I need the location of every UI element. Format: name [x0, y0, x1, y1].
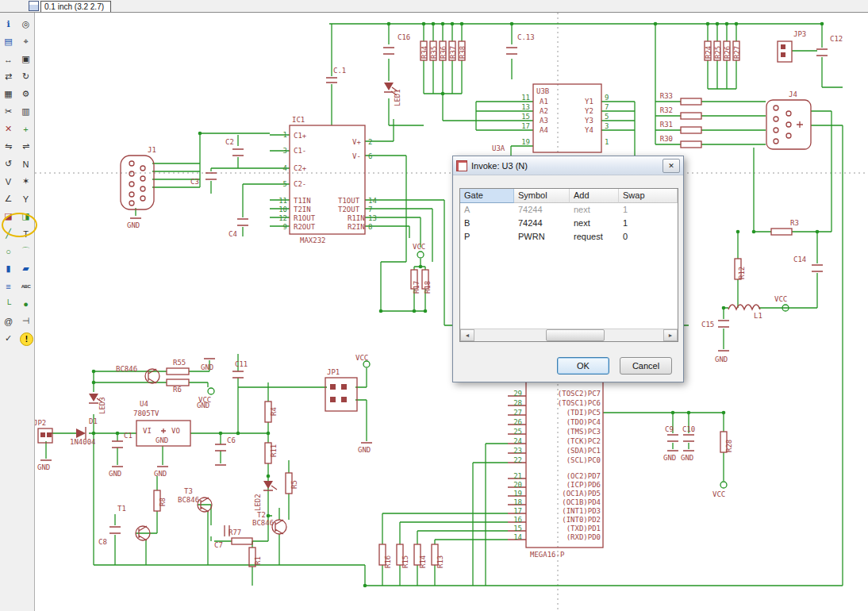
svg-text:R18: R18: [424, 281, 432, 294]
label-icon[interactable]: ABC: [18, 279, 33, 294]
text-icon[interactable]: T: [18, 226, 33, 241]
svg-text:VCC: VCC: [413, 243, 425, 251]
split-icon[interactable]: Y: [18, 191, 33, 206]
svg-text:R3: R3: [790, 219, 799, 227]
paste-icon[interactable]: ▥: [18, 104, 33, 119]
svg-text:25: 25: [513, 428, 522, 436]
invoke-table-header: GateSymbolAddSwap: [460, 189, 678, 203]
invoke-table-body: A74244next1B74244next1PPWRNrequest0: [460, 203, 678, 244]
column-header-add[interactable]: Add: [570, 189, 619, 203]
column-header-gate[interactable]: Gate: [460, 189, 514, 203]
svg-text:1: 1: [605, 138, 609, 146]
svg-text:R17: R17: [413, 281, 421, 294]
circle-icon[interactable]: ○: [1, 244, 16, 259]
erc-icon[interactable]: ✓: [1, 331, 16, 346]
errors-icon[interactable]: !: [20, 332, 33, 346]
svg-text:(TDI)PC5: (TDI)PC5: [567, 409, 601, 417]
show-icon[interactable]: ◎: [18, 17, 33, 32]
symbol-details: [40, 48, 828, 540]
cancel-button[interactable]: Cancel: [620, 357, 672, 375]
svg-text:GND: GND: [127, 221, 140, 229]
add-icon[interactable]: +: [18, 121, 33, 136]
svg-text:17: 17: [521, 122, 530, 130]
mark-icon[interactable]: ⌖: [18, 34, 33, 49]
column-header-symbol[interactable]: Symbol: [514, 189, 570, 203]
group-icon[interactable]: ▦: [1, 86, 16, 102]
wire-icon[interactable]: ╱: [1, 226, 16, 241]
scroll-track[interactable]: [474, 329, 663, 341]
svg-text:JP3: JP3: [793, 30, 806, 38]
svg-text:20: 20: [513, 481, 522, 489]
svg-text:C6: C6: [227, 436, 236, 444]
svg-text:GND: GND: [681, 454, 693, 462]
smash-icon[interactable]: ✶: [18, 174, 33, 189]
cut-icon[interactable]: ✂: [1, 104, 16, 119]
svg-text:T2: T2: [257, 511, 266, 519]
svg-text:GND: GND: [154, 470, 167, 478]
svg-text:(INT1)PD3: (INT1)PD3: [562, 507, 601, 515]
mirror-icon[interactable]: ⇄: [1, 69, 16, 84]
dimension-icon[interactable]: ⊣: [18, 313, 33, 329]
replace-icon[interactable]: ↺: [1, 156, 16, 171]
svg-text:(OC1A)PD5: (OC1A)PD5: [562, 490, 601, 498]
net-icon[interactable]: └: [1, 296, 16, 311]
scroll-left-arrow[interactable]: ◄: [460, 329, 474, 341]
svg-text:R24: R24: [705, 46, 712, 59]
table-row[interactable]: B74244next1: [460, 217, 678, 230]
attribute-icon[interactable]: @: [1, 313, 16, 329]
bus-icon[interactable]: ≡: [1, 279, 16, 294]
close-button[interactable]: ✕: [663, 159, 680, 173]
svg-text:R31: R31: [660, 121, 673, 129]
ok-button[interactable]: OK: [557, 357, 609, 375]
svg-text:Y1: Y1: [585, 98, 593, 106]
optimize-icon[interactable]: ◨: [18, 209, 33, 224]
svg-text:A2: A2: [540, 107, 548, 115]
arc-icon[interactable]: ⌒: [18, 244, 33, 259]
gateswap-icon[interactable]: ⇌: [18, 139, 33, 154]
delete-icon[interactable]: ✕: [1, 121, 16, 136]
info-icon[interactable]: ℹ: [1, 17, 16, 32]
svg-text:R5: R5: [290, 480, 298, 489]
svg-text:Y3: Y3: [585, 117, 593, 125]
miter-icon[interactable]: ∠: [1, 191, 16, 206]
svg-text:7805TV: 7805TV: [133, 409, 159, 417]
svg-text:J1: J1: [148, 146, 156, 154]
copy-icon[interactable]: ▣: [18, 52, 33, 67]
invoke-icon[interactable]: ◪: [1, 209, 16, 224]
table-row[interactable]: PPWRNrequest0: [460, 230, 678, 244]
name-icon[interactable]: N: [18, 156, 33, 171]
pinswap-icon[interactable]: ⇋: [1, 139, 16, 154]
svg-text:14: 14: [513, 533, 522, 541]
svg-text:T2OUT: T2OUT: [338, 206, 360, 213]
schematic-canvas[interactable]: C16C.13R34R35R36R37R38R24R25R26R27JP3C12…: [0, 0, 868, 611]
display-layers-icon[interactable]: ▤: [1, 34, 16, 49]
svg-text:BC846: BC846: [116, 365, 137, 373]
svg-text:GND: GND: [715, 355, 728, 363]
move-icon[interactable]: ↔: [1, 52, 16, 67]
dialog-titlebar[interactable]: Invoke: U3 (N) ✕: [453, 156, 683, 175]
rect-icon[interactable]: ▮: [1, 261, 16, 276]
scroll-thumb[interactable]: [546, 329, 605, 341]
svg-text:C.13: C.13: [517, 33, 535, 41]
svg-text:21: 21: [513, 472, 522, 480]
svg-text:(SDA)PC1: (SDA)PC1: [567, 447, 601, 455]
value-icon[interactable]: V: [1, 174, 16, 189]
column-header-swap[interactable]: Swap: [619, 189, 678, 203]
horizontal-scrollbar[interactable]: ◄ ►: [460, 329, 678, 341]
svg-text:VO: VO: [171, 427, 180, 435]
table-row[interactable]: A74244next1: [460, 203, 678, 217]
scroll-right-arrow[interactable]: ►: [663, 329, 678, 341]
junction-icon[interactable]: ●: [18, 296, 33, 311]
svg-text:R2IN: R2IN: [348, 223, 365, 231]
rotate-icon[interactable]: ↻: [18, 69, 33, 84]
svg-text:T3: T3: [184, 487, 193, 495]
svg-text:C2+: C2+: [294, 164, 307, 172]
svg-text:R35: R35: [430, 46, 438, 59]
change-icon[interactable]: ⚙: [18, 86, 33, 102]
svg-text:VCC: VCC: [774, 295, 787, 303]
polygon-icon[interactable]: ▰: [18, 261, 33, 276]
svg-text:19: 19: [513, 490, 522, 498]
svg-text:(OC1B)PD4: (OC1B)PD4: [562, 498, 601, 506]
svg-text:R2OUT: R2OUT: [294, 223, 316, 231]
svg-text:3: 3: [605, 122, 609, 130]
